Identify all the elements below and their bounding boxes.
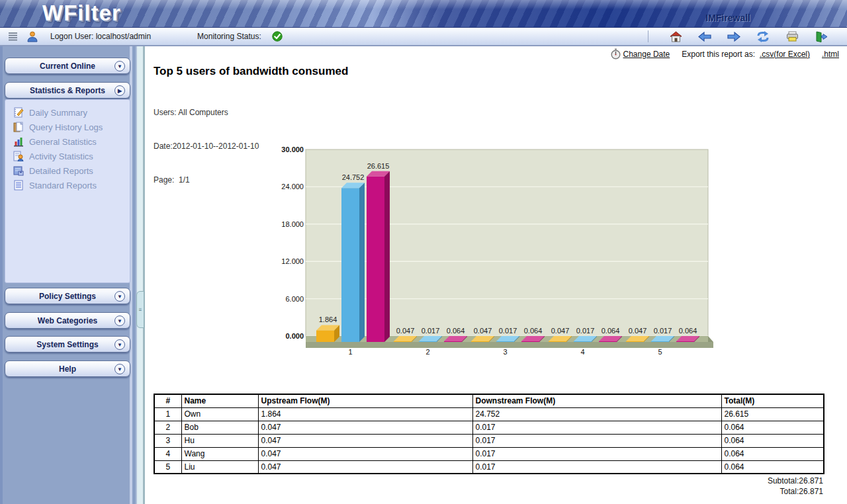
- chart-bar: [316, 330, 334, 342]
- table-cell: 0.017: [472, 421, 721, 434]
- notebook-pencil-icon: [13, 107, 24, 118]
- bar-value-label: 0.017: [499, 327, 517, 335]
- back-icon[interactable]: [697, 30, 712, 42]
- table-header-cell: Total(M): [721, 394, 824, 407]
- bar-chart-icon: [13, 136, 24, 147]
- logon-user-label: Logon User: localhost/admin: [45, 32, 151, 41]
- chevron-right-icon: ▶: [114, 85, 125, 96]
- bar-value-label: 0.047: [551, 327, 570, 335]
- chart-bar: [341, 188, 359, 342]
- toolbar-separator: [648, 30, 648, 42]
- y-axis-tick-label: 24.000: [281, 183, 304, 190]
- table-header-cell: Upstream Flow(M): [258, 394, 472, 407]
- table-row: 5Liu0.0470.0170.064: [154, 460, 824, 474]
- chart-bar: [549, 341, 566, 342]
- x-axis-tick-label: 1: [348, 348, 352, 356]
- y-axis-tick-label: 18.000: [281, 220, 304, 228]
- table-row: 3Hu0.0470.0170.064: [154, 434, 824, 447]
- table-cell: Liu: [181, 460, 258, 474]
- chart-plot-area: [306, 149, 708, 336]
- table-cell: 0.047: [258, 421, 472, 434]
- sidebar-item-detailed-reports[interactable]: Detailed Reports: [5, 163, 130, 178]
- x-axis-tick-label: 5: [658, 348, 662, 356]
- sidebar-item-query-history-logs[interactable]: Query History Logs: [5, 120, 130, 134]
- chart-svg: 30.00024.00018.00012.0006.0000.0001.8642…: [277, 144, 727, 366]
- stopwatch-icon: [611, 48, 621, 60]
- sidebar-section-help[interactable]: Help ▼: [5, 360, 130, 377]
- page-title: Top 5 users of bandwidth consumed: [154, 65, 348, 78]
- chevron-down-icon: ▼: [114, 291, 125, 302]
- sidebar-item-standard-reports[interactable]: Standard Reports: [5, 178, 130, 192]
- forward-icon[interactable]: [727, 30, 741, 42]
- sidebar-item-label: Daily Summary: [29, 108, 87, 118]
- x-axis-tick-label: 2: [425, 348, 429, 356]
- table-cell: 2: [154, 421, 181, 434]
- y-axis-tick-label: 6.000: [285, 295, 304, 303]
- document-lines-icon: [13, 180, 24, 190]
- section-label: System Settings: [36, 340, 98, 349]
- sidebar-collapse-handle[interactable]: ≡: [136, 291, 144, 328]
- table-cell: 4: [154, 447, 181, 460]
- sidebar-section-current-online[interactable]: Current Online ▼: [5, 58, 130, 74]
- chevron-down-icon: ▼: [114, 61, 125, 71]
- table-cell: 0.017: [472, 434, 721, 447]
- table-cell: 0.064: [721, 447, 824, 460]
- table-cell: 5: [154, 460, 181, 474]
- chevron-down-icon: ▼: [114, 339, 125, 350]
- report-users-line: Users: All Computers: [154, 107, 259, 118]
- table-cell: 3: [154, 434, 181, 447]
- export-csv-link[interactable]: .csv(for Excel): [760, 50, 810, 59]
- table-cell: 0.017: [472, 460, 721, 474]
- export-label: Export this report as:: [682, 50, 755, 59]
- refresh-icon[interactable]: [756, 30, 770, 42]
- report-actions-row: Change Date Export this report as: .csv(…: [611, 48, 839, 60]
- sidebar-item-label: Query History Logs: [29, 122, 103, 132]
- change-date-link[interactable]: Change Date: [623, 50, 670, 59]
- chart-bar: [444, 341, 462, 342]
- table-row: 1Own1.86424.75226.615: [154, 407, 824, 421]
- section-label: Help: [59, 364, 76, 374]
- report-page-line: Page: 1/1: [154, 175, 259, 186]
- table-header-cell: Downstream Flow(M): [472, 394, 721, 407]
- home-icon[interactable]: [668, 30, 683, 42]
- status-ok-icon: [272, 31, 283, 42]
- sidebar-section-system-settings[interactable]: System Settings ▼: [5, 336, 130, 353]
- chart-bar: [367, 177, 384, 342]
- table-header-cell: #: [154, 394, 181, 407]
- bar-value-label: 0.047: [629, 327, 647, 335]
- banner-shine: [0, 0, 847, 9]
- bar-value-label: 0.064: [602, 327, 620, 335]
- imfirewall-brand: IMFirewall: [705, 13, 750, 23]
- sidebar-section-statistics-reports[interactable]: Statistics & Reports ▶: [5, 82, 130, 99]
- sidebar-section-web-categories[interactable]: Web Categories ▼: [5, 312, 130, 329]
- sidebar-item-label: Detailed Reports: [29, 166, 93, 176]
- table-header-row: #NameUpstream Flow(M)Downstream Flow(M)T…: [154, 394, 824, 407]
- chart-bar: [471, 341, 489, 342]
- user-icon[interactable]: [25, 30, 40, 42]
- menu-icon[interactable]: [5, 30, 20, 42]
- monitoring-status-label: Monitoring Status:: [197, 32, 261, 41]
- table-cell: Own: [181, 407, 258, 421]
- sidebar-item-activity-statistics[interactable]: Activity Statistics: [5, 149, 130, 163]
- table-cell: Wang: [181, 447, 258, 460]
- table-cell: 1.864: [258, 407, 472, 421]
- section-label: Web Categories: [38, 316, 97, 325]
- exit-icon[interactable]: [814, 30, 828, 42]
- export-html-link[interactable]: .html: [822, 50, 839, 59]
- table-cell: 0.064: [721, 434, 824, 447]
- sidebar-item-daily-summary[interactable]: Daily Summary: [5, 105, 130, 120]
- bar-value-label: 0.017: [576, 327, 595, 335]
- chart-bar: [419, 341, 437, 342]
- chart-floor-front: [306, 342, 713, 348]
- sidebar-item-label: Standard Reports: [29, 181, 97, 190]
- table-cell: Hu: [181, 434, 258, 447]
- chart-bar: [394, 341, 412, 342]
- sidebar-item-general-statistics[interactable]: General Statistics: [5, 134, 130, 149]
- sidebar-section-policy-settings[interactable]: Policy Settings ▼: [5, 288, 130, 304]
- print-icon[interactable]: [785, 30, 799, 42]
- total-line: Total:26.871: [154, 486, 823, 497]
- chevron-down-icon: ▼: [114, 315, 125, 326]
- clipboard-icon: [13, 122, 24, 132]
- table-cell: 1: [154, 407, 181, 421]
- totals-block: Subtotal:26.871 Total:26.871: [154, 476, 823, 497]
